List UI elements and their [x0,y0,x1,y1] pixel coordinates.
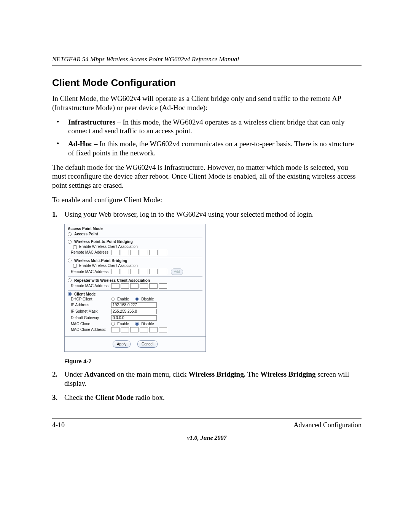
bullet-item: Infrastructures – In this mode, the WG60… [52,118,362,136]
mode-repeater[interactable]: Repeater with Wireless Client Associatio… [68,278,202,283]
mode-client[interactable]: Client Mode [68,292,202,296]
gw-input[interactable] [111,315,157,321]
disable-label: Disable [141,322,154,326]
page-number: 4-10 [52,421,65,429]
mode-ptp[interactable]: Wireless Point-to-Point Bridging [68,240,202,244]
radio-dhcp-enable[interactable] [111,297,115,301]
mask-row: IP Subnet Mask [68,309,202,314]
cancel-button[interactable]: Cancel [137,340,158,348]
mac-octet-input[interactable] [149,327,158,332]
intro-paragraph: In Client Mode, the WG602v4 will operate… [52,94,362,112]
apply-button[interactable]: Apply [113,340,131,348]
radio-access-point[interactable] [68,232,72,236]
remote-mac-label: Remote MAC Address [71,284,109,288]
step-2: Under Advanced on the main menu, click W… [52,370,362,388]
dhcp-row: DHCP Client Enable Disable [68,297,202,301]
separator [68,276,202,277]
add-button[interactable]: Add [171,268,183,275]
mode-label: Access Point [74,232,98,236]
mac-input-group [111,269,167,274]
ptp-mac-row: Remote MAC Address [68,250,202,255]
bullet-lead: Ad-Hoc [68,140,92,148]
ptp-option: Enable Wireless Client Association [68,244,202,249]
macclone-label: MAC Clone [71,322,109,326]
mode-label: Client Mode [74,292,96,296]
mode-mpt[interactable]: Wireless Multi-Point Bridging [68,259,202,263]
mac-input-group [111,250,167,255]
checkbox-label: Enable Wireless Client Association [79,264,138,268]
checkbox-enable-wca[interactable] [73,245,77,249]
mac-octet-input[interactable] [111,283,119,289]
checkbox-label: Enable Wireless Client Association [79,244,138,249]
step-3: Check the Client Mode radio box. [52,393,362,402]
remote-mac-label: Remote MAC Address [71,250,109,254]
separator [68,290,202,291]
rep-mac-row: Remote MAC Address [68,283,202,289]
radio-dhcp-disable[interactable] [135,297,139,301]
mode-label: Wireless Multi-Point Bridging [74,259,127,263]
footer-section: Advanced Configuration [294,421,362,429]
gw-row: Default Gateway [68,315,202,321]
mac-octet-input[interactable] [121,327,129,332]
separator [68,257,202,257]
mac-octet-input[interactable] [121,250,129,255]
disable-label: Disable [141,297,154,301]
document-page: NETGEAR 54 Mbps Wireless Access Point WG… [0,0,411,532]
enable-label: Enable [117,297,129,301]
mac-octet-input[interactable] [149,269,158,274]
mac-octet-input[interactable] [130,327,139,332]
mode-label: Repeater with Wireless Client Associatio… [74,278,150,283]
mac-octet-input[interactable] [130,269,139,274]
mac-octet-input[interactable] [159,327,167,332]
mac-octet-input[interactable] [140,327,148,332]
mac-octet-input[interactable] [130,250,139,255]
enable-label: Enable [117,322,129,326]
mac-octet-input[interactable] [149,283,158,289]
figure-caption: Figure 4-7 [52,358,362,364]
macclone-addr-label: MAC Clone Address: [71,328,109,332]
mac-octet-input[interactable] [140,269,148,274]
mac-octet-input[interactable] [159,269,167,274]
bullet-text: – In this mode, the WG602v4 communicates… [68,140,354,157]
footer-rule [52,419,362,419]
steps-list: Using your Web browser, log in to the WG… [52,210,362,219]
section-title: Client Mode Configuration [52,77,362,89]
radio-macclone-enable[interactable] [111,322,115,326]
radio-mpt[interactable] [68,259,72,262]
mac-octet-input[interactable] [159,283,167,289]
mac-octet-input[interactable] [149,250,158,255]
mac-octet-input[interactable] [121,283,129,289]
mask-input[interactable] [111,309,157,314]
mac-octet-input[interactable] [111,269,119,274]
mac-octet-input[interactable] [130,283,139,289]
header-rule [52,66,362,66]
radio-repeater[interactable] [68,278,72,282]
bullet-list: Infrastructures – In this mode, the WG60… [52,118,362,158]
mode-access-point[interactable]: Access Point [68,232,202,236]
mac-input-group [111,283,167,289]
dhcp-label: DHCP Client [71,297,109,301]
checkbox-enable-wca[interactable] [73,264,77,268]
macclone-row: MAC Clone Enable Disable [68,322,202,326]
macclone-addr-row: MAC Clone Address: [68,327,202,332]
running-header: NETGEAR 54 Mbps Wireless Access Point WG… [52,56,362,63]
mac-octet-input[interactable] [159,250,167,255]
mac-octet-input[interactable] [111,327,119,332]
page-footer: 4-10 Advanced Configuration v1.0, June 2… [52,419,362,441]
mode-label: Wireless Point-to-Point Bridging [74,240,133,244]
mac-octet-input[interactable] [140,283,148,289]
radio-ptp[interactable] [68,240,72,244]
mac-octet-input[interactable] [140,250,148,255]
ip-input[interactable] [111,302,157,308]
mac-octet-input[interactable] [111,250,119,255]
mpt-mac-row: Remote MAC Address Add [68,268,202,275]
radio-client-mode[interactable] [68,292,72,296]
config-screenshot: Access Point Mode Access Point Wireless … [64,224,206,352]
remote-mac-label: Remote MAC Address [71,270,109,274]
button-row: Apply Cancel [65,336,206,351]
steps-list-cont: Under Advanced on the main menu, click W… [52,370,362,402]
ip-label: IP Address [71,303,109,307]
paragraph-enable: To enable and configure Client Mode: [52,195,362,204]
mac-octet-input[interactable] [121,269,129,274]
radio-macclone-disable[interactable] [135,322,139,326]
